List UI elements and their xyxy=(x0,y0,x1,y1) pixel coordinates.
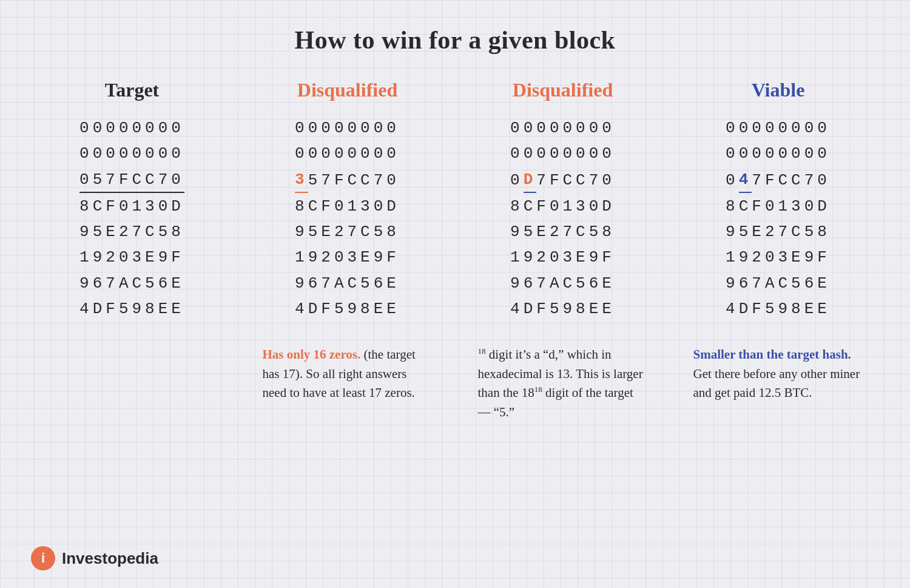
hash-char: F xyxy=(321,297,334,321)
hash-char: C xyxy=(308,194,322,218)
hash-char: 0 xyxy=(119,194,132,218)
hash-char: 0 xyxy=(386,141,400,166)
hash-char: 0 xyxy=(93,141,106,166)
hash-row: 9 5 E 2 7 C 5 8 xyxy=(510,220,615,244)
hash-row: 0 0 0 0 0 0 0 0 xyxy=(295,141,400,166)
hash-char: 2 xyxy=(752,245,765,269)
hash-char: 6 xyxy=(524,271,537,296)
hash-char: 0 xyxy=(602,168,615,192)
hash-char: 2 xyxy=(550,220,563,244)
hash-char: 0 xyxy=(360,141,374,166)
hash-row: 9 6 7 A C 5 6 E xyxy=(79,271,184,296)
hash-char: 2 xyxy=(106,245,119,269)
column-disq2: Disqualified0 0 0 0 0 0 0 00 0 0 0 0 0 0… xyxy=(455,79,670,422)
hash-char: 5 xyxy=(158,220,172,244)
hash-row: 0 0 0 0 0 0 0 0 xyxy=(510,116,615,140)
hash-char: C xyxy=(132,167,146,192)
hash-char: 5 xyxy=(739,220,752,244)
hash-char: 0 xyxy=(778,116,792,140)
hash-row: 1 9 2 0 3 E 9 F xyxy=(79,245,184,269)
hash-char: 9 xyxy=(524,245,537,269)
hash-char: 9 xyxy=(739,245,752,269)
hash-char: 0 xyxy=(726,141,739,166)
column-header-viable: Viable xyxy=(752,79,805,101)
hash-char: 2 xyxy=(321,245,334,269)
hash-char: 9 xyxy=(726,220,739,244)
hash-char: 5 xyxy=(576,271,589,296)
hash-char: 9 xyxy=(79,220,93,244)
hash-char: 0 xyxy=(536,116,550,140)
hash-char: C xyxy=(739,194,752,218)
hash-char: 9 xyxy=(778,297,792,321)
hash-char: 9 xyxy=(79,271,93,296)
hash-char: 0 xyxy=(321,141,334,166)
hash-block-disq1: 0 0 0 0 0 0 0 00 0 0 0 0 0 0 03 5 7 F C … xyxy=(295,116,400,321)
hash-char: 0 xyxy=(374,116,387,140)
hash-char: 6 xyxy=(374,271,387,296)
hash-char: 3 xyxy=(791,194,804,218)
hash-char: 5 xyxy=(308,168,322,192)
hash-row: 0 4 7 F C C 7 0 xyxy=(726,167,831,193)
description-disq2: 18 digit it’s a “d,” which in hexadecima… xyxy=(478,345,648,422)
hash-char: 3 xyxy=(563,245,576,269)
columns-wrapper: Target0 0 0 0 0 0 0 00 0 0 0 0 0 0 00 5 … xyxy=(0,79,910,422)
hash-char: A xyxy=(119,271,132,296)
hash-char: 0 xyxy=(817,141,831,166)
svg-text:i: i xyxy=(41,550,45,566)
hash-row: 4 D F 5 9 8 E E xyxy=(726,297,831,321)
hash-row: 9 5 E 2 7 C 5 8 xyxy=(79,220,184,244)
hash-char: 9 xyxy=(93,245,106,269)
hash-char: 7 xyxy=(752,271,765,296)
hash-char: C xyxy=(576,220,589,244)
hash-row: 9 6 7 A C 5 6 E xyxy=(510,271,615,296)
hash-char: F xyxy=(765,168,778,192)
description-viable: Smaller than the target hash. Get there … xyxy=(693,345,863,403)
hash-char: 6 xyxy=(739,271,752,296)
hash-char: 0 xyxy=(334,194,348,218)
hash-char: C xyxy=(791,168,804,192)
hash-char: 8 xyxy=(171,220,184,244)
hash-char: 0 xyxy=(752,116,765,140)
hash-row: 0 0 0 0 0 0 0 0 xyxy=(726,116,831,140)
hash-row: 9 5 E 2 7 C 5 8 xyxy=(726,220,831,244)
hash-char: 0 xyxy=(145,116,158,140)
hash-char: E xyxy=(602,271,615,296)
hash-char: 0 xyxy=(510,141,524,166)
hash-row: 1 9 2 0 3 E 9 F xyxy=(510,245,615,269)
hash-char: 5 xyxy=(374,220,387,244)
hash-char: 0 xyxy=(321,116,334,140)
hash-char: 0 xyxy=(550,116,563,140)
hash-block-disq2: 0 0 0 0 0 0 0 00 0 0 0 0 0 0 00 D 7 F C … xyxy=(510,116,615,321)
description-highlight-blue: Smaller than the target hash. xyxy=(693,347,851,362)
hash-char: 0 xyxy=(602,116,615,140)
hash-char: 8 xyxy=(576,297,589,321)
hash-block-viable: 0 0 0 0 0 0 0 00 0 0 0 0 0 0 00 4 7 F C … xyxy=(726,116,831,321)
hash-char: A xyxy=(334,271,348,296)
hash-char: 0 xyxy=(171,116,184,140)
hash-char: E xyxy=(589,297,602,321)
hash-row: 4 D F 5 9 8 E E xyxy=(79,297,184,321)
hash-char: C xyxy=(563,271,576,296)
hash-char: 0 xyxy=(791,116,804,140)
hash-char: 4 xyxy=(510,297,524,321)
hash-row: 8 C F 0 1 3 0 D xyxy=(295,194,400,218)
hash-char: C xyxy=(576,168,589,192)
hash-char: 5 xyxy=(334,297,348,321)
hash-char: 3 xyxy=(348,245,361,269)
hash-char: 9 xyxy=(804,245,818,269)
hash-char: 0 xyxy=(386,168,400,192)
hash-char: A xyxy=(550,271,563,296)
hash-char: 7 xyxy=(321,168,334,192)
hash-char: 1 xyxy=(295,245,308,269)
hash-row: 9 6 7 A C 5 6 E xyxy=(726,271,831,296)
hash-char: 3 xyxy=(145,194,158,218)
hash-char: 5 xyxy=(791,271,804,296)
hash-char: 8 xyxy=(791,297,804,321)
hash-char: 9 xyxy=(510,220,524,244)
hash-char: 0 xyxy=(563,116,576,140)
special-char-blue: 4 xyxy=(739,167,752,193)
hash-char: F xyxy=(550,168,563,192)
hash-char: 2 xyxy=(119,220,132,244)
column-header-disq2: Disqualified xyxy=(513,79,613,101)
hash-char: 9 xyxy=(374,245,387,269)
